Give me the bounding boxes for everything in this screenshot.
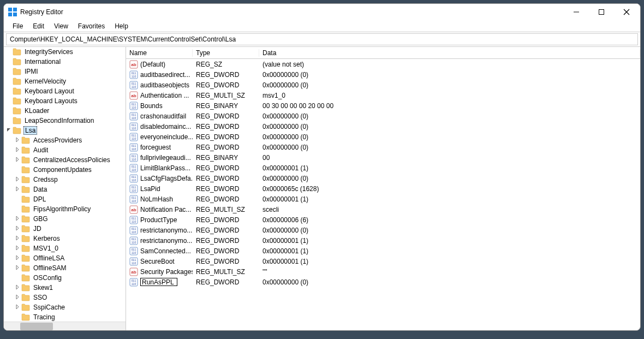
tree-item[interactable]: GBG: [5, 214, 126, 224]
tree-item[interactable]: IPMI: [5, 67, 126, 76]
tree-item[interactable]: JD: [5, 224, 126, 234]
svg-text:110: 110: [132, 199, 136, 203]
tree-item[interactable]: LeapSecondInformation: [5, 116, 126, 126]
expander-closed-icon[interactable]: [14, 225, 21, 232]
column-header-type[interactable]: Type: [193, 49, 259, 57]
tree-item[interactable]: KLoader: [5, 106, 126, 116]
svg-text:110: 110: [132, 251, 136, 254]
tree-item[interactable]: DPL: [5, 194, 126, 204]
list-row[interactable]: 011110auditbaseobjectsREG_DWORD0x0000000…: [126, 80, 640, 90]
list-row[interactable]: 011110NoLmHashREG_DWORD0x00000001 (1): [126, 194, 640, 204]
app-icon: [8, 8, 17, 16]
close-button[interactable]: [614, 4, 639, 20]
binary-value-icon: 011110: [129, 257, 138, 266]
tree-item-label: CentralizedAccessPolicies: [32, 156, 111, 164]
list-row[interactable]: 011110fullprivilegeaudi...REG_BINARY00: [126, 152, 640, 163]
expander-closed-icon[interactable]: [14, 284, 21, 291]
expander-closed-icon[interactable]: [14, 137, 21, 144]
tree-item[interactable]: International: [5, 57, 126, 67]
value-data: msv1_0: [259, 92, 640, 99]
expander-open-icon[interactable]: [5, 127, 13, 134]
list-row[interactable]: 011110REG_DWORD0x00000000 (0): [126, 277, 640, 287]
tree-item-label: FipsAlgorithmPolicy: [32, 205, 92, 213]
tree-item[interactable]: OSConfig: [5, 273, 126, 283]
minimize-button[interactable]: [564, 4, 589, 20]
list-row[interactable]: 011110everyoneinclude...REG_DWORD0x00000…: [126, 132, 640, 142]
tree-item[interactable]: OfflineSAM: [5, 263, 126, 273]
tree-item[interactable]: IntegrityServices: [5, 47, 126, 57]
tree-item[interactable]: MSV1_0: [5, 243, 126, 253]
value-data: 0x00000001 (1): [259, 258, 640, 265]
expander-closed-icon[interactable]: [14, 216, 21, 222]
tree-item[interactable]: SspiCache: [5, 302, 126, 312]
list-row[interactable]: abAuthentication ...REG_MULTI_SZmsv1_0: [126, 90, 640, 100]
tree-item[interactable]: Credssp: [5, 175, 126, 185]
list-row[interactable]: 011110SecureBootREG_DWORD0x00000001 (1): [126, 256, 640, 266]
list-row[interactable]: 011110LimitBlankPass...REG_DWORD0x000000…: [126, 163, 640, 173]
menu-edit[interactable]: Edit: [28, 21, 49, 31]
expander-closed-icon[interactable]: [14, 186, 21, 193]
expander-closed-icon[interactable]: [14, 157, 21, 163]
menu-favorites[interactable]: Favorites: [74, 21, 109, 31]
tree-item[interactable]: Keyboard Layout: [5, 86, 126, 96]
list-row[interactable]: ab(Default)REG_SZ(value not set): [126, 59, 640, 69]
address-bar[interactable]: Computer\HKEY_LOCAL_MACHINE\SYSTEM\Curre…: [6, 33, 638, 45]
tree-item[interactable]: Skew1: [5, 283, 126, 293]
maximize-button[interactable]: [589, 4, 614, 20]
tree-item[interactable]: ComponentUpdates: [5, 165, 126, 175]
tree-item[interactable]: Keyboard Layouts: [5, 96, 126, 106]
list-row[interactable]: 011110ProductTypeREG_DWORD0x00000006 (6): [126, 215, 640, 225]
address-text: Computer\HKEY_LOCAL_MACHINE\SYSTEM\Curre…: [10, 35, 236, 43]
list-row[interactable]: 011110BoundsREG_BINARY00 30 00 00 00 20 …: [126, 100, 640, 111]
value-data: 0x00000001 (1): [259, 195, 640, 203]
expander-closed-icon[interactable]: [14, 304, 21, 311]
tree-item-label: OSConfig: [32, 274, 63, 282]
tree-item[interactable]: OfflineLSA: [5, 253, 126, 263]
folder-icon: [21, 166, 30, 174]
value-data: 00: [259, 154, 640, 162]
menu-view[interactable]: View: [50, 21, 73, 31]
tree-pane[interactable]: IntegrityServicesInternationalIPMIKernel…: [4, 47, 126, 330]
tree-item[interactable]: Kerberos: [5, 234, 126, 243]
list-row[interactable]: 011110auditbasedirect...REG_DWORD0x00000…: [126, 69, 640, 80]
folder-icon: [13, 48, 21, 56]
tree-item[interactable]: Audit: [5, 145, 126, 155]
value-data: 0x00000000 (0): [259, 227, 640, 234]
tree-item[interactable]: Tracing: [5, 312, 126, 322]
svg-text:ab: ab: [131, 93, 136, 98]
expander-closed-icon[interactable]: [14, 176, 21, 183]
tree-item[interactable]: SSO: [5, 293, 126, 302]
list-row[interactable]: 011110restrictanonymo...REG_DWORD0x00000…: [126, 235, 640, 246]
folder-icon: [21, 264, 30, 272]
menu-file[interactable]: File: [8, 21, 27, 31]
expander-closed-icon[interactable]: [14, 245, 21, 252]
tree-item[interactable]: KernelVelocity: [5, 76, 126, 86]
svg-text:110: 110: [132, 189, 136, 192]
expander-closed-icon[interactable]: [14, 255, 21, 261]
menu-help[interactable]: Help: [110, 21, 133, 31]
list-row[interactable]: 011110crashonauditfailREG_DWORD0x0000000…: [126, 111, 640, 121]
list-row[interactable]: 011110LsaCfgFlagsDefa...REG_DWORD0x00000…: [126, 173, 640, 183]
list-row[interactable]: 011110restrictanonymo...REG_DWORD0x00000…: [126, 225, 640, 235]
column-header-name[interactable]: Name: [126, 49, 193, 57]
column-header-data[interactable]: Data: [259, 49, 640, 57]
tree-item[interactable]: AccessProviders: [5, 135, 126, 145]
list-row[interactable]: abSecurity PackagesREG_MULTI_SZ"": [126, 266, 640, 277]
tree-item[interactable]: CentralizedAccessPolicies: [5, 155, 126, 165]
list-row[interactable]: abNotification Pac...REG_MULTI_SZscecli: [126, 204, 640, 215]
expander-closed-icon[interactable]: [14, 147, 21, 153]
list-row[interactable]: 011110disabledomainc...REG_DWORD0x000000…: [126, 121, 640, 132]
tree-item[interactable]: FipsAlgorithmPolicy: [5, 204, 126, 214]
expander-closed-icon[interactable]: [14, 235, 21, 242]
tree-item[interactable]: Data: [5, 185, 126, 194]
value-name: everyoneinclude...: [140, 133, 193, 141]
list-row[interactable]: 011110SamConnected...REG_DWORD0x00000001…: [126, 246, 640, 256]
value-name-edit-input[interactable]: [140, 278, 177, 286]
tree-horizontal-scrollbar[interactable]: [4, 322, 126, 330]
list-row[interactable]: 011110LsaPidREG_DWORD0x0000065c (1628): [126, 183, 640, 194]
expander-closed-icon[interactable]: [14, 294, 21, 301]
tree-item[interactable]: Lsa: [5, 126, 126, 135]
list-row[interactable]: 011110forceguestREG_DWORD0x00000000 (0): [126, 142, 640, 152]
expander-closed-icon[interactable]: [14, 265, 21, 271]
list-pane[interactable]: Name Type Data ab(Default)REG_SZ(value n…: [126, 47, 640, 330]
